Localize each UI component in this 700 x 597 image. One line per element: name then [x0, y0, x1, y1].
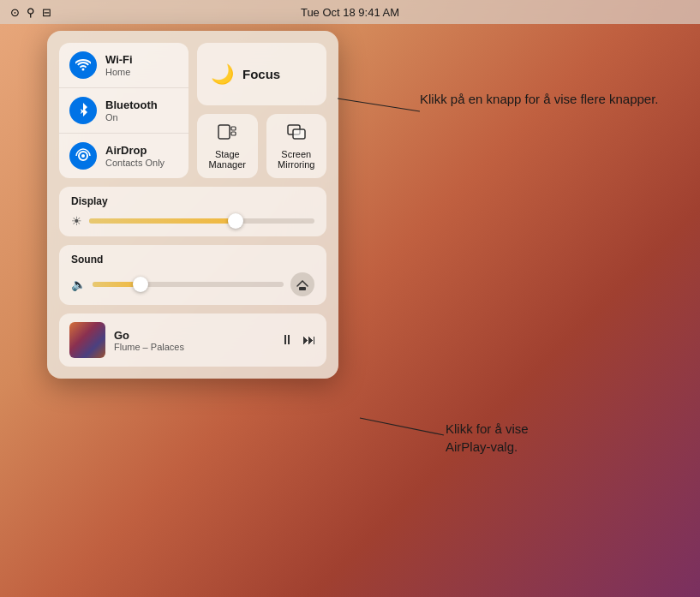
brightness-icon: ☀: [71, 214, 82, 228]
screen-mirroring-icon: [287, 122, 306, 146]
bluetooth-status: On: [105, 112, 158, 122]
now-playing-section: Go Flume – Palaces ⏸ ⏭: [59, 313, 326, 367]
sound-section: Sound 🔈: [59, 245, 326, 305]
sound-label: Sound: [71, 254, 314, 266]
track-info: Go Flume – Palaces: [114, 329, 272, 352]
airplay-button[interactable]: [290, 272, 314, 296]
control-center-panel: Wi-Fi Home Bluetooth On: [47, 31, 338, 379]
svg-point-1: [81, 154, 85, 158]
wifi-icon: [69, 51, 97, 79]
bottom-small-tiles: Stage Manager Screen Mirroring: [197, 114, 326, 178]
svg-line-9: [360, 418, 444, 435]
sound-slider-thumb[interactable]: [133, 277, 148, 292]
bluetooth-name: Bluetooth: [105, 99, 158, 112]
stage-manager-icon: [218, 122, 236, 146]
display-slider-thumb[interactable]: [228, 213, 243, 229]
wifi-text: Wi-Fi Home: [105, 53, 133, 77]
album-art: [69, 322, 105, 358]
skip-forward-button[interactable]: ⏭: [302, 332, 316, 348]
airdrop-icon: [69, 142, 97, 170]
screen-mirroring-label: Screen Mirroring: [273, 149, 320, 170]
callout-text-1: Klikk på en knapp for å vise flere knapp…: [420, 90, 659, 108]
search-menubar-icon[interactable]: ⚲: [27, 6, 35, 19]
menubar-left-icons: ⊙ ⚲ ⊟: [10, 0, 51, 24]
focus-label: Focus: [242, 67, 280, 81]
airdrop-status: Contacts Only: [105, 158, 165, 168]
stage-manager-tile[interactable]: Stage Manager: [197, 114, 258, 178]
airdrop-name: AirDrop: [105, 144, 165, 158]
menubar-time: Tue Oct 18 9:41 AM: [301, 6, 399, 19]
sound-slider[interactable]: [93, 282, 284, 287]
wifi-menubar-icon[interactable]: ⊙: [10, 6, 20, 19]
bluetooth-text: Bluetooth On: [105, 99, 158, 122]
sound-slider-row: 🔈: [71, 272, 314, 296]
display-slider-fill: [89, 218, 236, 224]
svg-line-8: [338, 99, 420, 111]
bluetooth-icon: [69, 97, 97, 124]
screen-mirroring-tile[interactable]: Screen Mirroring: [266, 114, 327, 178]
svg-rect-7: [299, 287, 306, 290]
svg-rect-3: [231, 127, 236, 130]
wifi-tile[interactable]: Wi-Fi Home: [59, 43, 188, 88]
right-tiles: 🌙 Focus Stage Manager: [197, 43, 326, 178]
display-label: Display: [71, 195, 314, 207]
display-slider-row: ☀: [71, 214, 314, 228]
pause-button[interactable]: ⏸: [280, 332, 294, 348]
track-artist: Flume – Palaces: [114, 342, 272, 352]
svg-rect-6: [293, 129, 305, 139]
bluetooth-tile[interactable]: Bluetooth On: [59, 88, 188, 134]
network-panel: Wi-Fi Home Bluetooth On: [59, 43, 188, 178]
wifi-status: Home: [105, 67, 133, 77]
airdrop-tile[interactable]: AirDrop Contacts Only: [59, 134, 188, 178]
menubar: ⊙ ⚲ ⊟ Tue Oct 18 9:41 AM: [0, 0, 700, 24]
callout-text-2: Klikk for å viseAirPlay-valg.: [446, 420, 529, 456]
airdrop-text: AirDrop Contacts Only: [105, 144, 165, 168]
wifi-name: Wi-Fi: [105, 53, 133, 67]
stage-manager-label: Stage Manager: [204, 149, 251, 170]
display-slider[interactable]: [89, 218, 314, 224]
display-section: Display ☀: [59, 187, 326, 236]
svg-rect-2: [218, 125, 230, 139]
playback-controls: ⏸ ⏭: [280, 332, 316, 348]
control-center-icon[interactable]: ⊟: [42, 6, 51, 19]
focus-moon-icon: 🌙: [211, 63, 234, 86]
track-name: Go: [114, 329, 272, 342]
volume-icon: 🔈: [71, 278, 86, 291]
album-art-image: [69, 322, 105, 358]
top-tiles-grid: Wi-Fi Home Bluetooth On: [59, 43, 326, 178]
svg-rect-4: [231, 132, 236, 135]
focus-tile[interactable]: 🌙 Focus: [197, 43, 326, 105]
